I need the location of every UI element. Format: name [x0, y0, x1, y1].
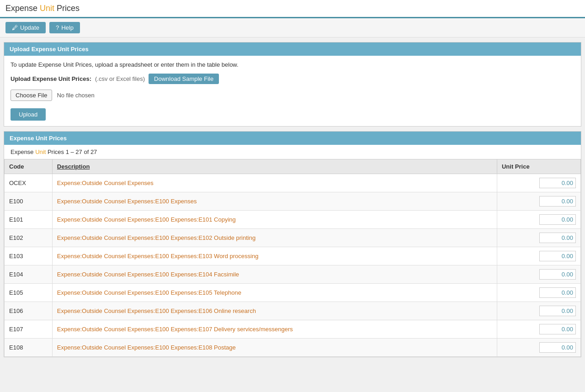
- update-icon: 🖉: [12, 24, 18, 31]
- price-cell[interactable]: [497, 265, 580, 284]
- code-cell: E106: [5, 302, 53, 320]
- unit-price-input[interactable]: [539, 251, 576, 261]
- update-label: Update: [20, 24, 39, 31]
- file-input-row: Choose File No file chosen: [11, 90, 574, 101]
- table-row: E107Expense:Outside Counsel Expenses:E10…: [5, 320, 581, 339]
- description-cell: Expense:Outside Counsel Expenses: [52, 174, 497, 192]
- description-cell: Expense:Outside Counsel Expenses:E100 Ex…: [52, 192, 497, 211]
- unit-price-input[interactable]: [539, 233, 576, 243]
- code-cell: E100: [5, 192, 53, 211]
- description-cell: Expense:Outside Counsel Expenses:E100 Ex…: [52, 284, 497, 302]
- choose-file-label: Choose File: [16, 92, 47, 99]
- code-cell: E108: [5, 339, 53, 357]
- description-cell: Expense:Outside Counsel Expenses:E100 Ex…: [52, 302, 497, 320]
- help-button[interactable]: ? Help: [49, 22, 80, 33]
- table-section-panel: Expense Unit Prices Expense Unit Prices …: [4, 131, 581, 357]
- upload-section-header: Upload Expense Unit Prices: [4, 42, 581, 56]
- page-title: Expense Unit Prices: [5, 4, 580, 13]
- upload-hint-text: (.csv or Excel files): [95, 75, 145, 82]
- unit-price-input[interactable]: [539, 196, 576, 207]
- unit-price-input[interactable]: [539, 214, 576, 225]
- upload-submit-label: Upload: [19, 111, 37, 118]
- records-info: Expense Unit Prices 1 – 27 of 27: [4, 145, 581, 159]
- code-cell: E105: [5, 284, 53, 302]
- table-row: E101Expense:Outside Counsel Expenses:E10…: [5, 211, 581, 229]
- main-content: Upload Expense Unit Prices To update Exp…: [0, 42, 585, 357]
- title-text-1: Expense: [5, 4, 40, 13]
- help-icon: ?: [56, 24, 59, 31]
- price-cell[interactable]: [497, 302, 580, 320]
- table-header-row: Code Description Unit Price: [5, 159, 581, 174]
- code-cell: E107: [5, 320, 53, 339]
- table-row: E105Expense:Outside Counsel Expenses:E10…: [5, 284, 581, 302]
- records-highlight: Unit: [35, 148, 46, 155]
- upload-row: Upload Expense Unit Prices: (.csv or Exc…: [11, 74, 574, 84]
- toolbar: 🖉 Update ? Help: [0, 18, 585, 37]
- code-cell: OCEX: [5, 174, 53, 192]
- price-cell[interactable]: [497, 211, 580, 229]
- table-row: E106Expense:Outside Counsel Expenses:E10…: [5, 302, 581, 320]
- unit-price-input[interactable]: [539, 306, 576, 316]
- records-prefix: Expense: [11, 148, 35, 155]
- description-cell: Expense:Outside Counsel Expenses:E100 Ex…: [52, 265, 497, 284]
- table-header-label: Expense Unit Prices: [10, 135, 67, 142]
- description-cell: Expense:Outside Counsel Expenses:E100 Ex…: [52, 247, 497, 265]
- table-row: E108Expense:Outside Counsel Expenses:E10…: [5, 339, 581, 357]
- price-cell[interactable]: [497, 192, 580, 211]
- unit-price-input[interactable]: [539, 324, 576, 334]
- col-header-description: Description: [52, 159, 497, 174]
- download-sample-label: Download Sample File: [154, 75, 213, 82]
- price-cell[interactable]: [497, 320, 580, 339]
- upload-section-body: To update Expense Unit Prices, upload a …: [4, 56, 581, 126]
- upload-field-label: Upload Expense Unit Prices:: [11, 75, 91, 82]
- expense-unit-prices-table: Code Description Unit Price OCEXExpense:…: [4, 159, 581, 357]
- col-header-code: Code: [5, 159, 53, 174]
- table-row: E104Expense:Outside Counsel Expenses:E10…: [5, 265, 581, 284]
- price-cell[interactable]: [497, 339, 580, 357]
- code-cell: E103: [5, 247, 53, 265]
- table-row: E102Expense:Outside Counsel Expenses:E10…: [5, 229, 581, 247]
- price-cell[interactable]: [497, 174, 580, 192]
- upload-submit-button[interactable]: Upload: [11, 108, 46, 121]
- price-cell[interactable]: [497, 229, 580, 247]
- unit-price-input[interactable]: [539, 342, 576, 353]
- code-cell: E102: [5, 229, 53, 247]
- no-file-text: No file chosen: [57, 92, 94, 99]
- title-text-2: Prices: [54, 4, 80, 13]
- download-sample-button[interactable]: Download Sample File: [149, 74, 219, 84]
- update-button[interactable]: 🖉 Update: [5, 22, 46, 33]
- table-section-header: Expense Unit Prices: [4, 132, 581, 145]
- description-cell: Expense:Outside Counsel Expenses:E100 Ex…: [52, 320, 497, 339]
- unit-price-input[interactable]: [539, 287, 576, 298]
- unit-price-input[interactable]: [539, 269, 576, 280]
- description-cell: Expense:Outside Counsel Expenses:E100 Ex…: [52, 339, 497, 357]
- title-highlight: Unit: [40, 4, 54, 13]
- price-cell[interactable]: [497, 247, 580, 265]
- col-header-unit-price: Unit Price: [497, 159, 580, 174]
- upload-instruction: To update Expense Unit Prices, upload a …: [11, 61, 574, 68]
- price-cell[interactable]: [497, 284, 580, 302]
- page-title-bar: Expense Unit Prices: [0, 0, 585, 18]
- table-row: E103Expense:Outside Counsel Expenses:E10…: [5, 247, 581, 265]
- upload-header-label: Upload Expense Unit Prices: [10, 46, 89, 53]
- description-cell: Expense:Outside Counsel Expenses:E100 Ex…: [52, 229, 497, 247]
- table-row: E100Expense:Outside Counsel Expenses:E10…: [5, 192, 581, 211]
- table-row: OCEXExpense:Outside Counsel Expenses: [5, 174, 581, 192]
- records-suffix: Prices 1 – 27 of 27: [46, 148, 97, 155]
- help-label: Help: [61, 24, 74, 31]
- unit-price-input[interactable]: [539, 178, 576, 188]
- code-cell: E104: [5, 265, 53, 284]
- choose-file-button[interactable]: Choose File: [11, 90, 52, 101]
- upload-section-panel: Upload Expense Unit Prices To update Exp…: [4, 42, 581, 127]
- description-cell: Expense:Outside Counsel Expenses:E100 Ex…: [52, 211, 497, 229]
- code-cell: E101: [5, 211, 53, 229]
